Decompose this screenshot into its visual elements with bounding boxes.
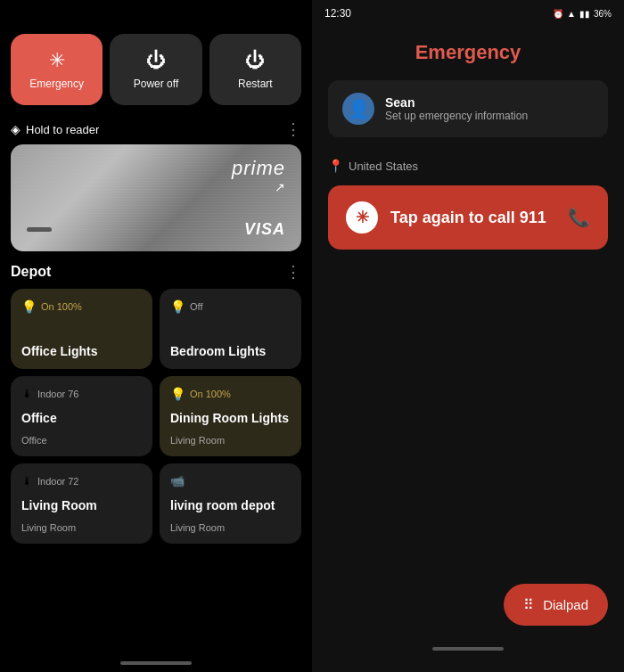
tile-office-lights[interactable]: 💡 On 100% Office Lights	[11, 289, 152, 369]
restart-icon: ⏻	[245, 49, 265, 72]
tile-top: 💡 Off	[170, 299, 291, 314]
smarthome-header: Depot ⋮	[11, 262, 301, 282]
tile-status-office-lights: On 100%	[41, 301, 82, 312]
quick-buttons-row: ✳ Emergency ⏻ Power off ⏻ Restart	[0, 27, 312, 112]
tile-status-bedroom-lights: Off	[190, 301, 202, 312]
tile-sub-living-room: Living Room	[21, 522, 142, 533]
call-911-phone-icon: 📞	[568, 207, 590, 228]
smarthome-section: Depot ⋮ 💡 On 100% Office Lights 💡 Off Be…	[0, 255, 312, 654]
tile-icon-indoor-76: 🌡	[21, 387, 33, 400]
smarthome-title: Depot	[11, 264, 51, 280]
battery-text: 36%	[594, 9, 612, 19]
user-subtitle: Set up emergency information	[385, 110, 528, 122]
dialpad-icon: ⠿	[523, 596, 534, 613]
dialpad-button[interactable]: ⠿ Dialpad	[504, 584, 608, 626]
nfc-more-icon[interactable]: ⋮	[285, 119, 301, 139]
user-info: Sean Set up emergency information	[385, 95, 528, 122]
emergency-title: Emergency	[328, 41, 608, 64]
location-text: United States	[349, 160, 418, 173]
tile-name-indoor-76: Office	[21, 411, 142, 425]
power-off-icon: ⏻	[146, 49, 166, 72]
tile-top: 📹	[170, 474, 291, 488]
tiles-grid: 💡 On 100% Office Lights 💡 Off Bedroom Li…	[11, 289, 301, 544]
nfc-title-row: ◈ Hold to reader	[11, 122, 99, 136]
tile-status-indoor-76: Indoor 76	[37, 389, 78, 399]
dialpad-label: Dialpad	[543, 597, 588, 612]
tile-sub-living-depot: Living Room	[170, 522, 291, 533]
call-911-asterisk-icon: ✳	[346, 201, 378, 234]
nfc-wave-icon: ◈	[11, 122, 21, 136]
restart-label: Restart	[238, 78, 273, 90]
tile-status-living-room: Indoor 72	[37, 476, 78, 487]
tile-dining-lights[interactable]: 💡 On 100% Dining Room Lights Living Room	[160, 376, 301, 456]
tile-living-depot[interactable]: 📹 living room depot Living Room	[160, 463, 301, 544]
tile-name-living-depot: living room depot	[170, 498, 291, 512]
nfc-section: ◈ Hold to reader ⋮ prime ↗ VISA	[0, 112, 312, 255]
call-911-button[interactable]: ✳ Tap again to call 911 📞	[328, 185, 608, 250]
tile-name-office-lights: Office Lights	[21, 344, 142, 358]
user-avatar: 👤	[342, 93, 374, 125]
right-status-icons: ⏰ ▲ ▮▮ 36%	[553, 9, 612, 19]
tile-indoor-76[interactable]: 🌡 Indoor 76 Office Office	[11, 376, 152, 456]
home-indicator-right	[328, 640, 608, 658]
spacer	[328, 267, 608, 584]
tile-icon-living-room: 🌡	[21, 474, 33, 488]
location-row: 📍 United States	[328, 159, 608, 173]
tile-bedroom-lights[interactable]: 💡 Off Bedroom Lights	[160, 289, 301, 369]
home-indicator-left	[0, 654, 312, 672]
tile-top: 💡 On 100%	[170, 387, 291, 401]
tile-name-living-room: Living Room	[21, 498, 142, 512]
restart-button[interactable]: ⏻ Restart	[209, 34, 301, 105]
tile-sub-indoor-76: Office	[21, 435, 142, 446]
location-pin-icon: 📍	[328, 159, 343, 173]
emergency-label: Emergency	[29, 78, 84, 90]
tile-living-room[interactable]: 🌡 Indoor 72 Living Room Living Room	[11, 463, 152, 544]
alarm-icon: ⏰	[553, 9, 563, 19]
tile-status-dining-lights: On 100%	[190, 389, 231, 399]
wifi-icon: ▲	[567, 9, 576, 19]
tile-top: 🌡 Indoor 76	[21, 387, 142, 400]
home-bar-left	[120, 661, 192, 665]
left-panel: ✳ Emergency ⏻ Power off ⏻ Restart ◈ Hold…	[0, 0, 312, 672]
signal-icon: ▮▮	[579, 9, 590, 19]
user-name: Sean	[385, 95, 528, 110]
user-card[interactable]: 👤 Sean Set up emergency information	[328, 80, 608, 137]
tile-icon-dining-lights: 💡	[170, 387, 185, 401]
tile-icon-living-depot: 📹	[170, 474, 185, 488]
tile-icon-bedroom-lights: 💡	[170, 299, 185, 314]
power-off-button[interactable]: ⏻ Power off	[110, 34, 201, 105]
right-panel: 12:30 ⏰ ▲ ▮▮ 36% Emergency 👤 Sean Set up…	[312, 0, 624, 672]
right-status-bar: 12:30 ⏰ ▲ ▮▮ 36%	[312, 0, 624, 27]
tile-icon-office-lights: 💡	[21, 299, 37, 314]
emergency-panel: Emergency 👤 Sean Set up emergency inform…	[312, 27, 624, 672]
smarthome-more-icon[interactable]: ⋮	[285, 262, 301, 282]
tile-top: 🌡 Indoor 72	[21, 474, 142, 488]
emergency-icon: ✳	[49, 49, 65, 72]
nfc-header: ◈ Hold to reader ⋮	[11, 119, 301, 139]
tile-top: 💡 On 100%	[21, 299, 142, 314]
tile-name-bedroom-lights: Bedroom Lights	[170, 344, 291, 358]
right-time: 12:30	[324, 7, 351, 20]
nfc-title-text: Hold to reader	[26, 123, 99, 136]
tile-name-dining-lights: Dining Room Lights	[170, 411, 291, 425]
left-status-bar	[0, 0, 312, 27]
user-avatar-icon: 👤	[348, 98, 370, 119]
emergency-button[interactable]: ✳ Emergency	[11, 34, 103, 105]
call-911-text: Tap again to call 911	[390, 209, 555, 227]
tile-sub-dining-lights: Living Room	[170, 435, 291, 446]
home-bar-right	[432, 647, 504, 651]
payment-card[interactable]: prime ↗ VISA	[11, 144, 301, 251]
power-off-label: Power off	[134, 78, 178, 90]
